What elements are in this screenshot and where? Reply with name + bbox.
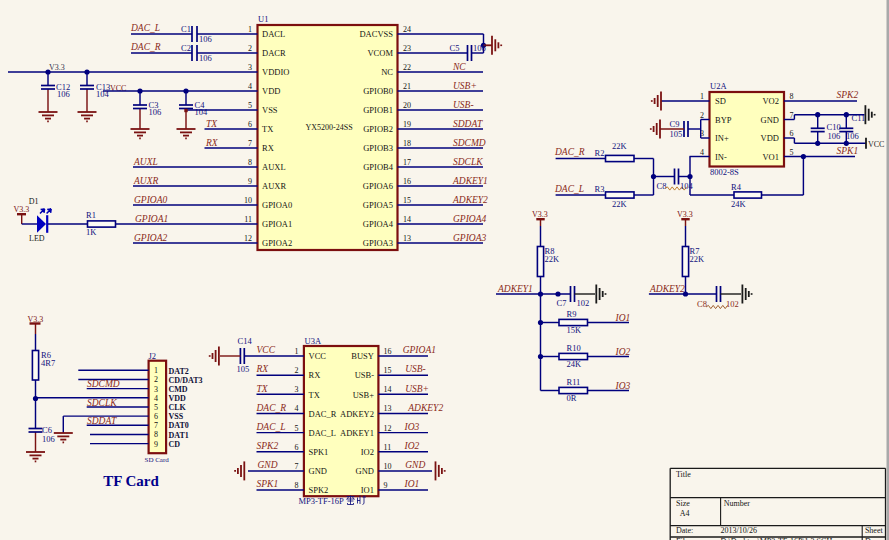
svg-text:Sheet: Sheet — [865, 526, 884, 535]
svg-text:CD: CD — [169, 440, 181, 449]
svg-text:10: 10 — [244, 196, 252, 205]
svg-text:J2: J2 — [149, 351, 157, 361]
svg-text:VCC: VCC — [868, 140, 884, 149]
svg-text:VO1: VO1 — [762, 152, 779, 162]
svg-text:16: 16 — [403, 177, 411, 186]
svg-text:5: 5 — [295, 424, 299, 433]
svg-text:NC: NC — [381, 67, 393, 77]
svg-text:USB+: USB+ — [405, 384, 429, 394]
svg-text:22K: 22K — [690, 254, 706, 264]
svg-text:16: 16 — [384, 347, 392, 356]
svg-text:GPIOA2: GPIOA2 — [134, 233, 167, 243]
svg-text:CLK: CLK — [169, 403, 187, 412]
svg-text:4: 4 — [154, 394, 158, 403]
svg-text:ADKEY2: ADKEY2 — [649, 284, 685, 294]
svg-text:SDCMD: SDCMD — [87, 379, 120, 389]
svg-text:6: 6 — [295, 443, 299, 452]
svg-text:GND: GND — [309, 466, 327, 476]
svg-text:TX: TX — [262, 124, 273, 134]
svg-text:VDD: VDD — [262, 86, 280, 96]
svg-text:USB-: USB- — [405, 364, 426, 374]
svg-text:VDDIO: VDDIO — [262, 67, 289, 77]
svg-text:SDCLK: SDCLK — [87, 398, 117, 408]
svg-text:2: 2 — [295, 366, 299, 375]
svg-text:R9: R9 — [567, 309, 577, 319]
svg-text:GPIOA0: GPIOA0 — [262, 200, 292, 210]
svg-text:CMD: CMD — [169, 385, 188, 394]
svg-text:8002-8S: 8002-8S — [710, 167, 739, 177]
svg-text:GPIOA6: GPIOA6 — [363, 181, 393, 191]
svg-text:SDCMD: SDCMD — [453, 138, 486, 148]
svg-text:106: 106 — [57, 89, 70, 99]
svg-text:BUSY: BUSY — [351, 351, 374, 361]
svg-text:ADKEY1: ADKEY1 — [452, 176, 488, 186]
svg-text:V3.3: V3.3 — [532, 210, 548, 219]
svg-text:DACR: DACR — [262, 48, 286, 58]
svg-text:14: 14 — [403, 215, 411, 224]
svg-text:VDD: VDD — [761, 133, 779, 143]
svg-text:13: 13 — [403, 234, 411, 243]
svg-text:IN+: IN+ — [715, 133, 729, 143]
svg-text:2: 2 — [700, 111, 704, 120]
svg-text:24K: 24K — [567, 359, 583, 369]
svg-text:AUXR: AUXR — [262, 181, 286, 191]
svg-text:12: 12 — [384, 424, 392, 433]
svg-text:11: 11 — [384, 443, 392, 452]
svg-text:TF Card: TF Card — [103, 473, 159, 489]
svg-text:MP3-TF-16P: MP3-TF-16P — [299, 496, 345, 506]
svg-text:15: 15 — [384, 366, 392, 375]
svg-text:102: 102 — [577, 298, 590, 308]
svg-text:RX: RX — [256, 364, 270, 374]
svg-text:SDDAT: SDDAT — [87, 416, 117, 426]
svg-text:GPIOB1: GPIOB1 — [363, 105, 393, 115]
svg-text:USB-: USB- — [453, 100, 474, 110]
svg-text:0R: 0R — [567, 393, 577, 403]
svg-text:GND: GND — [258, 460, 278, 470]
svg-text:6: 6 — [154, 412, 158, 421]
svg-text:AUXL: AUXL — [133, 157, 158, 167]
svg-text:V3.3: V3.3 — [677, 210, 693, 219]
svg-text:GPIOB3: GPIOB3 — [363, 143, 393, 153]
svg-text:ADKEY1: ADKEY1 — [340, 428, 374, 438]
svg-text:8: 8 — [295, 481, 299, 490]
svg-text:ADKEY2: ADKEY2 — [407, 403, 443, 413]
svg-text:GPIOA2: GPIOA2 — [262, 238, 292, 248]
svg-text:9: 9 — [384, 481, 388, 490]
svg-text:DAC_R: DAC_R — [554, 147, 585, 157]
svg-text:7: 7 — [248, 139, 252, 148]
svg-text:4: 4 — [700, 148, 704, 157]
svg-text:104: 104 — [680, 181, 694, 191]
svg-text:U2A: U2A — [710, 81, 727, 91]
svg-text:RX: RX — [309, 370, 321, 380]
svg-text:12: 12 — [244, 234, 252, 243]
svg-text:C11: C11 — [852, 113, 866, 123]
svg-text:IO3: IO3 — [615, 381, 631, 391]
svg-text:106: 106 — [199, 53, 212, 63]
svg-text:DAC_L: DAC_L — [309, 428, 336, 438]
svg-text:TX: TX — [257, 384, 269, 394]
svg-text:VO2: VO2 — [762, 96, 779, 106]
svg-text:VCC: VCC — [257, 345, 276, 355]
svg-text:2013/10/26: 2013/10/26 — [721, 526, 757, 535]
svg-text:4: 4 — [248, 82, 252, 91]
svg-text:5: 5 — [790, 148, 794, 157]
svg-text:15K: 15K — [567, 325, 583, 335]
svg-text:2: 2 — [248, 44, 252, 53]
svg-text:AUXR: AUXR — [133, 176, 158, 186]
svg-text:C2: C2 — [181, 43, 191, 53]
svg-text:DAC_L: DAC_L — [554, 184, 584, 194]
svg-text:5: 5 — [248, 101, 252, 110]
svg-text:1: 1 — [295, 347, 299, 356]
svg-text:106: 106 — [149, 107, 162, 117]
svg-text:R10: R10 — [567, 343, 581, 353]
svg-text:DAC_L: DAC_L — [256, 422, 286, 432]
svg-text:C14: C14 — [238, 336, 253, 346]
svg-text:GPIOB4: GPIOB4 — [363, 162, 394, 172]
svg-text:22K: 22K — [612, 199, 628, 209]
svg-text:1: 1 — [154, 366, 158, 375]
svg-text:IO3: IO3 — [404, 422, 420, 432]
svg-text:1: 1 — [248, 25, 252, 34]
svg-text:U3A: U3A — [305, 336, 322, 346]
svg-text:R1: R1 — [86, 210, 96, 220]
svg-text:V3.3: V3.3 — [49, 63, 65, 72]
